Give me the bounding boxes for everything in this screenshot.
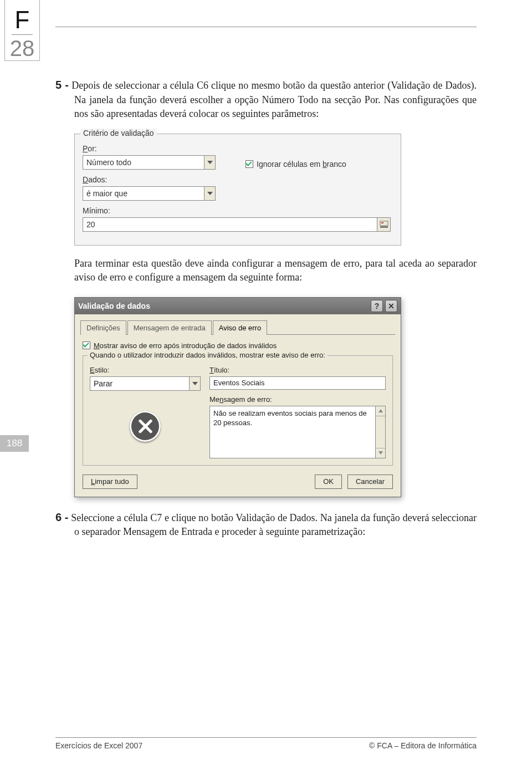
svg-rect-2 xyxy=(380,226,388,228)
dialog-tab-strip: Definições Mensagem de entrada Aviso de … xyxy=(80,320,395,335)
estilo-combobox[interactable]: Parar xyxy=(90,376,201,391)
close-button[interactable]: ✕ xyxy=(385,300,397,312)
step-number-6: 6 - xyxy=(55,511,69,523)
tab-definicoes[interactable]: Definições xyxy=(80,320,126,335)
minimo-input[interactable]: 20 xyxy=(83,217,391,232)
chapter-tab: F 28 xyxy=(4,0,40,61)
step-6-text: Seleccione a célula C7 e clique no botão… xyxy=(71,512,477,538)
validation-criteria-fieldset: Critério de validação Por: Número todo I… xyxy=(74,134,401,246)
page-footer: Exercícios de Excel 2007 © FCA – Editora… xyxy=(55,737,477,750)
validation-criteria-legend: Critério de validação xyxy=(80,129,157,137)
svg-rect-1 xyxy=(381,222,383,223)
titulo-value: Eventos Sociais xyxy=(213,379,265,387)
por-label: Por: xyxy=(83,144,393,153)
textarea-scrollbar[interactable] xyxy=(376,406,386,458)
limpar-tudo-button[interactable]: Limpar tudo xyxy=(83,475,137,489)
checkbox-icon[interactable] xyxy=(245,160,253,168)
titulo-label: Título: xyxy=(209,366,386,374)
page-side-badge: 188 xyxy=(0,435,29,452)
help-button[interactable]: ? xyxy=(371,300,383,312)
tab-aviso-erro[interactable]: Aviso de erro xyxy=(213,320,267,335)
mensagem-erro-label: Mensagem de erro: xyxy=(209,395,386,404)
ignore-blank-label: Ignorar células em branco xyxy=(257,160,346,169)
por-value: Número todo xyxy=(83,158,204,167)
tab-mensagem-entrada[interactable]: Mensagem de entrada xyxy=(127,320,212,335)
dados-combobox[interactable]: é maior que xyxy=(83,186,216,201)
paragraph-step-5: 5 - Depois de seleccionar a célula C6 cl… xyxy=(55,77,477,121)
dados-value: é maior que xyxy=(83,189,204,198)
scroll-down-icon[interactable] xyxy=(376,448,385,458)
checkbox-icon[interactable] xyxy=(83,341,90,349)
error-settings-fieldset: Quando o utilizador introduzir dados inv… xyxy=(83,355,393,466)
data-validation-dialog: Validação de dados ? ✕ Definições Mensag… xyxy=(74,297,401,497)
range-selector-icon[interactable] xyxy=(377,218,390,231)
show-error-label: Mostrar aviso de erro após introdução de… xyxy=(94,341,277,350)
estilo-label: Estilo: xyxy=(90,366,201,374)
step-5-text: Depois de seleccionar a célula C6 clique… xyxy=(71,80,477,119)
footer-left: Exercícios de Excel 2007 xyxy=(55,741,142,750)
minimo-value: 20 xyxy=(83,220,377,229)
chapter-number: 28 xyxy=(5,36,39,61)
dados-label: Dados: xyxy=(83,175,393,184)
paragraph-between: Para terminar esta questão deve ainda co… xyxy=(55,257,477,285)
dialog-title: Validação de dados xyxy=(78,302,150,310)
paragraph-step-6: 6 - Seleccione a célula C7 e clique no b… xyxy=(55,509,477,539)
minimo-label: Mínimo: xyxy=(83,206,393,215)
scroll-up-icon[interactable] xyxy=(376,406,385,416)
step-number-5: 5 - xyxy=(55,79,69,91)
chapter-letter: F xyxy=(12,8,33,35)
chevron-down-icon[interactable] xyxy=(204,187,215,200)
chevron-down-icon[interactable] xyxy=(189,377,200,390)
ok-button[interactable]: OK xyxy=(315,475,342,489)
mensagem-erro-textarea[interactable]: Não se realizam eventos sociais para men… xyxy=(209,406,376,458)
por-combobox[interactable]: Número todo xyxy=(83,155,216,170)
dialog-titlebar[interactable]: Validação de dados ? ✕ xyxy=(75,298,401,314)
error-circle-icon xyxy=(130,411,161,442)
error-style-icon-preview xyxy=(90,411,201,442)
chevron-down-icon[interactable] xyxy=(204,156,215,169)
footer-right: © FCA – Editora de Informática xyxy=(369,741,477,750)
error-settings-legend: Quando o utilizador introduzir dados inv… xyxy=(88,351,328,359)
top-rule xyxy=(55,27,477,27)
titulo-input[interactable]: Eventos Sociais xyxy=(209,376,386,390)
cancel-button[interactable]: Cancelar xyxy=(347,475,393,489)
show-error-checkbox-row[interactable]: Mostrar aviso de erro após introdução de… xyxy=(83,341,393,350)
ignore-blank-checkbox-row[interactable]: Ignorar células em branco xyxy=(245,160,346,169)
estilo-value: Parar xyxy=(90,379,189,388)
